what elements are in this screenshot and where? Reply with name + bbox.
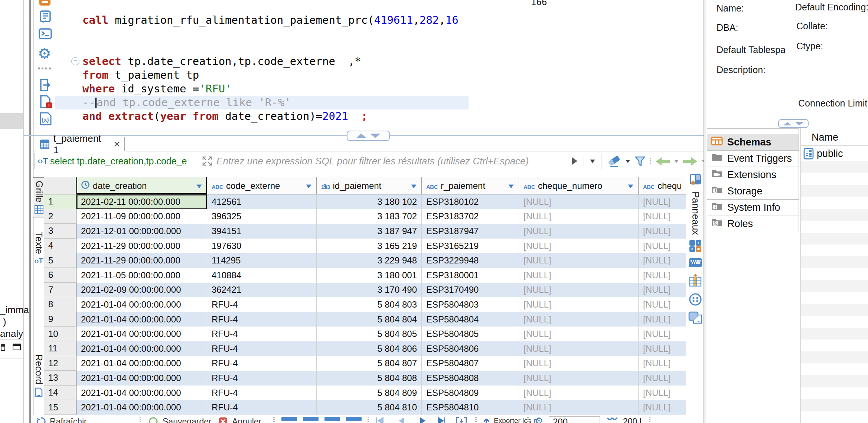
data-cell[interactable]: 2021-01-04 00:00:00.000 [76,341,207,356]
nav-item-event-triggers[interactable]: Event Triggers [707,150,799,167]
previous-row-icon[interactable] [397,417,405,423]
table-row[interactable]: 22021-11-09 00:00:00.0003963253 183 702E… [44,209,686,224]
chevron-down-icon[interactable] [625,160,630,163]
data-cell[interactable]: RFU-4 [207,297,317,312]
table-row[interactable]: 112021-01-04 00:00:00.000RFU-45 804 806E… [44,341,686,356]
data-cell[interactable]: ESP5804809 [422,386,519,400]
first-row-icon[interactable] [375,417,385,423]
collapse-down-icon[interactable] [795,122,803,125]
fetch-previous-arrow-icon[interactable] [655,157,670,166]
data-cell[interactable]: 412561 [207,194,317,209]
filter-input-placeholder[interactable]: Entrez une expression SQL pour filtrer l… [216,155,571,167]
data-cell[interactable]: 3 187 947 [317,224,422,239]
row-number-cell[interactable]: 8 [44,297,76,312]
table-row[interactable]: 102021-01-04 00:00:00.000RFU-45 804 805E… [44,327,686,341]
execute-script-icon[interactable] [39,10,52,24]
data-cell[interactable]: [NULL] [519,356,639,371]
table-row[interactable]: 62021-11-05 00:00:00.0004108843 180 001E… [44,268,686,283]
data-cell[interactable]: [NULL] [519,386,639,400]
execute-statement-icon[interactable] [39,0,50,6]
data-cell[interactable]: ESP5804806 [422,341,519,356]
table-row[interactable]: 142021-01-04 00:00:00.000RFU-45 804 809E… [44,386,686,400]
record-toggle[interactable]: Record [33,354,44,397]
chevron-down-icon[interactable] [674,160,679,163]
fetch-all-icon[interactable] [607,417,618,423]
column-header-code_externe[interactable]: ABCcode_externe [207,177,317,194]
data-cell[interactable]: 5 804 805 [317,327,422,341]
data-cell[interactable]: [NULL] [639,239,686,253]
data-cell[interactable]: 396325 [207,209,317,224]
data-cell[interactable]: RFU-4 [207,371,317,386]
table-row[interactable]: 92021-01-04 00:00:00.000RFU-45 804 804ES… [44,312,686,327]
sql-line[interactable]: --and tp.code_externe like 'R-%' [55,96,469,109]
data-cell[interactable]: ESP5804810 [422,400,519,415]
export-result-icon[interactable] [39,79,52,93]
window-icon[interactable] [1,344,5,351]
data-cell[interactable]: [NULL] [519,253,639,268]
sql-line[interactable]: −select tp.date_creation,tp.code_externe… [55,55,597,68]
edit-button[interactable] [303,417,319,421]
column-header-cheque_numero[interactable]: ABCcheque_numero [519,177,639,194]
right-splitter-handle[interactable] [778,119,809,128]
data-cell[interactable]: 2021-01-04 00:00:00.000 [76,297,207,312]
data-cell[interactable]: [NULL] [639,371,686,386]
overflow-dots-icon[interactable] [38,68,51,69]
data-cell[interactable]: 2021-01-04 00:00:00.000 [76,400,207,415]
data-cell[interactable]: 3 183 702 [317,209,422,224]
data-cell[interactable]: [NULL] [519,371,639,386]
sql-console-icon[interactable] [39,28,52,41]
data-cell[interactable]: 197630 [207,239,317,253]
data-cell[interactable]: ESP3165219 [422,239,519,253]
data-cell[interactable]: ESP3180001 [422,268,519,283]
export-up-icon[interactable] [483,417,490,423]
eraser-icon[interactable] [607,155,621,168]
data-cell[interactable]: [NULL] [639,341,686,356]
data-cell[interactable]: 2021-11-29 00:00:00.000 [76,239,207,253]
sql-line[interactable]: call migration_rfu_alimentation_paiement… [55,13,597,27]
expand-filter-icon[interactable] [202,155,213,167]
data-cell[interactable]: [NULL] [639,253,686,268]
row-number-cell[interactable]: 2 [44,209,76,224]
cancel-label[interactable]: Annuler [232,417,261,423]
data-cell[interactable]: 2021-01-04 00:00:00.000 [76,312,207,327]
data-cell[interactable]: 2021-02-09 00:00:00.000 [76,283,207,298]
schema-public-row[interactable]: public [801,146,868,161]
result-filter-bar[interactable]: ‹›T select tp.date_creation,tp.code_e En… [34,153,601,169]
fetch-settings-gear-icon[interactable]: ⚙ [535,415,543,423]
sort-dropdown-icon[interactable] [306,181,312,191]
data-cell[interactable]: RFU-4 [207,400,317,415]
data-cell[interactable]: [NULL] [519,268,639,283]
close-icon[interactable]: ✕ [113,139,121,150]
data-cell[interactable]: 394151 [207,224,317,239]
data-cell[interactable]: 410884 [207,268,317,283]
sql-line[interactable] [55,41,597,55]
row-number-cell[interactable]: 10 [44,327,76,341]
sort-dropdown-icon[interactable] [627,181,634,191]
column-header-id_paiement[interactable]: 123id_paiement [317,177,422,194]
goto-row-icon[interactable] [456,417,467,423]
data-cell[interactable]: 5 804 803 [317,297,422,312]
nav-item-system-info[interactable]: System Info [707,199,799,216]
data-cell[interactable]: [NULL] [519,239,639,253]
data-cell[interactable]: [NULL] [639,297,686,312]
table-row[interactable]: 52021-11-29 00:00:00.0001142953 229 948E… [44,253,686,268]
collapse-down-icon[interactable] [370,134,381,138]
fetch-size-input[interactable]: 200 [549,416,600,423]
nav-item-extensions[interactable]: Extensions [707,167,799,183]
table-row[interactable]: 32021-12-01 00:00:00.0003941513 187 947E… [44,224,686,239]
save-label[interactable]: Sauvegarder [163,417,212,423]
edit-button[interactable] [324,417,340,421]
data-cell[interactable]: ESP3180102 [422,194,519,209]
sql-line[interactable]: where id_systeme ='RFU' [55,82,597,96]
data-cell[interactable]: [NULL] [519,312,639,327]
data-cell[interactable]: [NULL] [639,386,686,400]
collapse-up-icon[interactable] [783,122,792,125]
sql-line[interactable] [55,27,597,41]
data-cell[interactable]: 3 170 490 [317,283,422,298]
parameters-fx-icon[interactable]: {x} [39,112,52,127]
data-cell[interactable]: 2021-01-04 00:00:00.000 [76,386,207,400]
filter-funnel-icon[interactable] [634,155,646,167]
data-cell[interactable]: [NULL] [519,209,639,224]
data-cell[interactable]: ESP3187947 [422,224,519,239]
cancel-icon[interactable] [218,417,228,423]
